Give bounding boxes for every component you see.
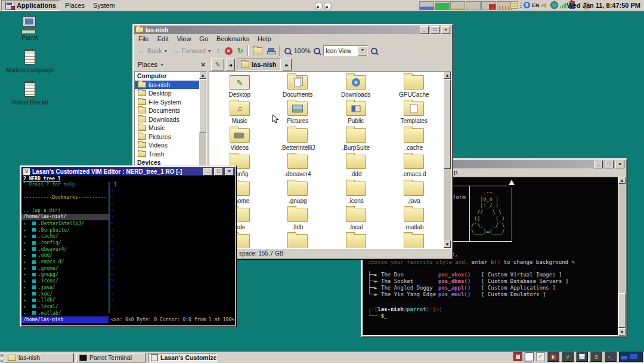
- folder-item[interactable]: Downloads: [327, 73, 385, 100]
- folder-item[interactable]: .local: [327, 206, 385, 232]
- panel-menu[interactable]: Applications: [1, 0, 60, 11]
- scroll-down-icon[interactable]: ▼: [444, 241, 451, 248]
- maximize-icon[interactable]: □: [605, 161, 614, 168]
- vim-editor-window[interactable]: V Lasan's Customized VIM Editor : NERD_t…: [20, 165, 237, 327]
- sidebar-item[interactable]: Trash: [135, 150, 199, 159]
- nerdtree-item[interactable]: .gnome/: [21, 265, 109, 272]
- search-button[interactable]: [369, 47, 379, 56]
- expand-arrow-icon[interactable]: [23, 266, 29, 271]
- taskbar-grip[interactable]: [1, 353, 3, 362]
- path-tab[interactable]: las-nish: [237, 59, 281, 70]
- desktop-icon[interactable]: Virtual Box.txt: [1, 80, 58, 106]
- nerdtree-item[interactable]: .local/: [21, 303, 109, 310]
- sidebar-item[interactable]: Music: [135, 124, 199, 133]
- scroll-up-icon[interactable]: ▲: [444, 72, 451, 79]
- keyboard-layout-indicator[interactable]: EN: [532, 2, 540, 8]
- sidebar-item[interactable]: Downloads: [135, 115, 199, 124]
- folder-item[interactable]: GPUCache: [385, 73, 444, 100]
- scroll-down-icon[interactable]: ▼: [618, 328, 626, 336]
- expand-arrow-icon[interactable]: [23, 247, 29, 252]
- zoom-in-button[interactable]: [312, 47, 322, 56]
- taskbar-window-button[interactable]: Lasan's Customized VI...: [148, 353, 217, 362]
- nerdtree-item[interactable]: .gnupg/: [21, 272, 109, 278]
- taskbar-window-button[interactable]: las-nish: [5, 353, 74, 362]
- folder-item[interactable]: .BurpSuite: [327, 127, 385, 153]
- nerdtree-item[interactable]: .kde/: [21, 291, 109, 297]
- sidebar-item[interactable]: Documents: [135, 106, 199, 115]
- edit-location-button[interactable]: ✎: [211, 59, 224, 70]
- minimize-icon[interactable]: _: [594, 161, 603, 168]
- taskbar-window-button[interactable]: Parrot Terminal: [76, 353, 145, 362]
- expand-arrow-icon[interactable]: [23, 291, 29, 297]
- folder-item[interactable]: .BetterIntelliJ: [269, 127, 327, 153]
- path-scroll-right-button[interactable]: ▸: [283, 59, 292, 70]
- menu-item[interactable]: View: [173, 35, 196, 43]
- folder-item[interactable]: [327, 232, 385, 248]
- up-dir-line[interactable]: .. (up a dir): [21, 208, 109, 214]
- sidebar-header-label[interactable]: Places: [138, 61, 157, 68]
- back-button[interactable]: ←Back▼: [137, 45, 169, 56]
- updates-icon[interactable]: [550, 1, 558, 9]
- task-check-icon[interactable]: ✓: [536, 352, 545, 361]
- close-icon[interactable]: ×: [615, 161, 624, 168]
- vim-titlebar[interactable]: V Lasan's Customized VIM Editor : NERD_t…: [21, 167, 235, 176]
- path-scroll-left-button[interactable]: ◂: [226, 59, 235, 70]
- folder-item[interactable]: Public: [327, 100, 385, 126]
- network-signal-icon[interactable]: [560, 2, 568, 8]
- red-app-icon[interactable]: [513, 352, 522, 361]
- expand-arrow-icon[interactable]: [23, 253, 29, 258]
- forward-button[interactable]: →Forward▼: [171, 45, 213, 56]
- nerdtree-item[interactable]: .matlab/: [21, 310, 109, 316]
- stop-button[interactable]: ✕: [223, 46, 234, 56]
- nerdtree-item[interactable]: .config/: [21, 239, 109, 246]
- computer-button[interactable]: [265, 47, 277, 56]
- vim-split-separator[interactable]: [109, 182, 110, 313]
- folder-item[interactable]: Desktop: [210, 73, 269, 100]
- sidebar-close-icon[interactable]: ✕: [201, 61, 206, 68]
- expand-arrow-icon[interactable]: [23, 227, 29, 233]
- view-mode-select[interactable]: Icon View▼: [323, 45, 368, 56]
- folder-item[interactable]: [269, 232, 327, 248]
- menu-item[interactable]: Go: [195, 35, 212, 43]
- expand-arrow-icon[interactable]: [23, 285, 29, 290]
- chevron-down-icon[interactable]: ▼: [160, 63, 164, 67]
- nerdtree-item[interactable]: .emacs.d/: [21, 259, 109, 265]
- menu-item[interactable]: Edit: [153, 35, 173, 43]
- sidebar-item[interactable]: Desktop: [135, 89, 199, 98]
- up-button[interactable]: ↑: [215, 45, 222, 56]
- nerdtree-item[interactable]: .ddd/: [21, 253, 109, 259]
- menu-item[interactable]: Bookmarks: [212, 35, 253, 43]
- file-manager-titlebar[interactable]: las-nish _ □ ×: [134, 26, 451, 34]
- panel-menu[interactable]: System: [89, 1, 119, 10]
- menu-item[interactable]: Help: [253, 35, 275, 43]
- tray-power-button[interactable]: S: [590, 352, 602, 362]
- desktop-icon[interactable]: Markup Language: [1, 48, 58, 73]
- home-button[interactable]: [251, 46, 264, 56]
- refresh-button[interactable]: ↻: [236, 45, 245, 56]
- expand-arrow-icon[interactable]: [23, 304, 29, 309]
- clock[interactable]: Wed Jan 11, 8:47:50 PM: [567, 1, 640, 10]
- notes-icon[interactable]: [510, 1, 518, 9]
- maximize-icon[interactable]: □: [214, 168, 223, 176]
- expand-arrow-icon[interactable]: [23, 240, 29, 245]
- scrollbar-thumb[interactable]: [618, 293, 626, 328]
- folder-item[interactable]: Documents: [269, 73, 327, 100]
- folder-item[interactable]: Templates: [385, 100, 444, 126]
- nerdtree-item[interactable]: .cache/: [21, 233, 109, 240]
- close-icon[interactable]: ×: [441, 26, 450, 34]
- minimize-icon[interactable]: _: [203, 168, 212, 176]
- scroll-up-icon[interactable]: ▲: [199, 72, 206, 79]
- vim-tabline[interactable]: 2 NERD_tree_1: [21, 176, 109, 182]
- maximize-icon[interactable]: □: [431, 26, 439, 34]
- nerdtree-item[interactable]: .lldb/: [21, 297, 109, 303]
- workspace-switcher[interactable]: [619, 352, 643, 362]
- expand-arrow-icon[interactable]: [23, 310, 29, 316]
- tray-terminal-button[interactable]: >_: [605, 352, 617, 362]
- sidebar-item[interactable]: File System: [135, 98, 199, 107]
- nerdtree-item[interactable]: .icons/: [21, 278, 109, 284]
- expand-arrow-icon[interactable]: [23, 259, 29, 264]
- folder-item[interactable]: .lldb: [269, 206, 327, 232]
- expand-arrow-icon[interactable]: [23, 272, 29, 277]
- system-monitor-applet[interactable]: [419, 1, 512, 10]
- minimize-icon[interactable]: _: [420, 26, 429, 34]
